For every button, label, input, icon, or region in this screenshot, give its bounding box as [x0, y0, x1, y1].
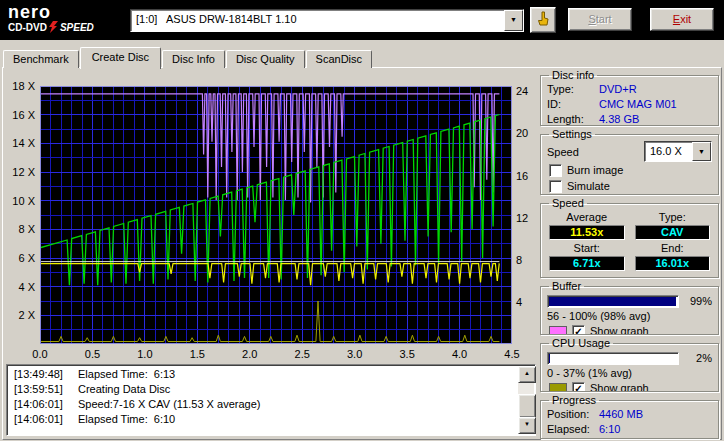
tab-disc-info[interactable]: Disc Info	[162, 50, 225, 68]
log-scrollbar[interactable]: ▲ ▼	[518, 366, 534, 434]
settings-title: Settings	[549, 128, 595, 140]
disc-type-row: Type:DVD+R	[547, 82, 712, 97]
burn-image-label: Burn image	[567, 162, 623, 178]
log-line: [14:06:01]Speed:7-16 X CAV (11.53 X aver…	[9, 397, 517, 412]
drive-select-arrow[interactable]: ▼	[504, 10, 523, 31]
speed-setting-label: Speed	[547, 146, 579, 158]
buffer-color-swatch	[549, 326, 567, 336]
simulate-checkbox[interactable]	[549, 180, 562, 193]
tab-disc-quality[interactable]: Disc Quality	[226, 50, 305, 68]
tab-benchmark[interactable]: Benchmark	[3, 50, 79, 68]
brand-product: CD-DVD SPEED	[8, 21, 94, 33]
elapsed-row: Elapsed:6:10	[547, 422, 712, 437]
chevron-down-icon: ▼	[698, 148, 705, 155]
disc-type-label: Type:	[547, 82, 599, 97]
cpu-progress-fill	[549, 354, 550, 363]
simulate-label: Simulate	[567, 178, 610, 194]
start-button-label: Start	[569, 9, 631, 30]
tab-page: 2 X4 X6 X8 X10 X12 X14 X16 X18 X48121620…	[2, 67, 722, 440]
brand-product-left: CD-DVD	[8, 22, 47, 33]
log-time: [13:59:51]	[9, 382, 78, 397]
buffer-show-graph-label: Show graph	[590, 323, 649, 335]
speed-select[interactable]: 16.0 X ▼	[644, 141, 712, 162]
log-time: [13:49:48]	[9, 367, 78, 382]
start-speed-label: Start:	[549, 241, 625, 255]
scroll-up-button[interactable]: ▲	[518, 366, 536, 383]
eject-button[interactable]	[530, 7, 556, 33]
log-time: [14:06:01]	[9, 412, 78, 427]
log-time: [14:06:01]	[9, 397, 78, 412]
speed-select-arrow[interactable]: ▼	[692, 142, 711, 161]
y-right-tick-label: 24	[516, 85, 534, 97]
speed-select-value: 16.0 X	[645, 142, 692, 161]
buffer-show-graph-checkbox[interactable]: ✓	[572, 325, 585, 336]
y-right-tick-label: 8	[516, 254, 534, 266]
disc-length-value: 4.38 GB	[599, 112, 639, 126]
buffer-progress-fill	[549, 297, 676, 306]
y-left-tick-label: 14 X	[6, 137, 35, 149]
nero-logo: nero CD-DVD SPEED	[8, 4, 94, 33]
x-tick-label: 2.5	[290, 348, 314, 360]
disc-type-value: DVD+R	[599, 82, 637, 97]
event-log-lines: [13:49:48]Elapsed Time: 6:13 [13:59:51]C…	[9, 367, 517, 433]
average-speed-label: Average	[549, 210, 625, 224]
log-line: [13:49:48]Elapsed Time: 6:13	[9, 367, 517, 382]
elapsed-label: Elapsed:	[547, 422, 599, 437]
y-left-tick-label: 2 X	[6, 309, 35, 321]
disc-id-value: CMC MAG M01	[599, 97, 677, 112]
buffer-panel: Buffer 99% 56 - 100% (98% avg) ✓ Show gr…	[540, 280, 719, 335]
y-left-tick-label: 10 X	[6, 195, 35, 207]
y-left-tick-label: 12 X	[6, 166, 35, 178]
disc-id-label: ID:	[547, 97, 599, 112]
scrollbar-thumb[interactable]	[518, 394, 536, 418]
y-left-tick-label: 4 X	[6, 281, 35, 293]
tab-scandisc[interactable]: ScanDisc	[306, 50, 372, 68]
position-row: Position:4460 MB	[547, 407, 712, 422]
cpu-bar-row: 2%	[547, 350, 712, 366]
speed-panel-title: Speed	[549, 197, 587, 209]
cpu-show-graph-checkbox[interactable]: ✓	[572, 382, 585, 393]
y-left-tick-label: 16 X	[6, 109, 35, 121]
x-tick-label: 4.5	[500, 348, 524, 360]
chevron-down-icon: ▼	[510, 16, 517, 23]
progress-panel: Progress Position:4460 MB Elapsed:6:10	[540, 394, 719, 439]
disc-info-title: Disc info	[549, 69, 597, 81]
title-bar: nero CD-DVD SPEED [1:0] ASUS DRW-1814BLT…	[0, 0, 724, 40]
scroll-down-button[interactable]: ▼	[518, 417, 536, 434]
speed-type-label: Type:	[635, 210, 711, 224]
y-right-tick-label: 16	[516, 170, 534, 182]
drive-select[interactable]: [1:0] ASUS DRW-1814BLT 1.10 ▼	[130, 9, 524, 32]
start-button[interactable]: Start	[568, 8, 632, 31]
cpu-color-swatch	[549, 383, 567, 393]
x-tick-label: 4.0	[448, 348, 472, 360]
log-message: Speed:7-16 X CAV (11.53 X average)	[78, 397, 260, 412]
tab-create-disc[interactable]: Create Disc	[80, 47, 161, 69]
buffer-show-graph-row: ✓ Show graph	[547, 323, 712, 335]
cpu-title: CPU Usage	[549, 337, 613, 349]
speed-type-display: CAV	[635, 225, 711, 240]
end-speed-label: End:	[635, 241, 711, 255]
exit-button[interactable]: Exit	[650, 8, 714, 31]
average-speed-display: 11.53x	[549, 225, 625, 240]
y-left-tick-label: 18 X	[6, 80, 35, 92]
arrow-down-icon: ▼	[524, 421, 530, 427]
y-right-tick-label: 12	[516, 212, 534, 224]
log-message: Elapsed Time: 6:10	[78, 412, 175, 427]
arrow-up-icon: ▲	[524, 370, 530, 376]
position-label: Position:	[547, 407, 599, 422]
x-tick-label: 0.0	[28, 348, 52, 360]
cpu-range-label: 0 - 37% (1% avg)	[547, 366, 712, 380]
cpu-progress-bar	[547, 352, 679, 365]
buffer-range-label: 56 - 100% (98% avg)	[547, 309, 712, 323]
side-panels: Disc info Type:DVD+R ID:CMC MAG M01 Leng…	[540, 68, 719, 441]
cpu-percent-label: 2%	[684, 352, 712, 364]
speed-panel: Speed Average Type: 11.53x CAV Start: En…	[540, 197, 719, 278]
burn-image-row: Burn image	[547, 162, 712, 178]
elapsed-value: 6:10	[599, 422, 620, 437]
burn-image-checkbox[interactable]	[549, 164, 562, 177]
tab-bar: Benchmark Create Disc Disc Info Disc Qua…	[3, 48, 373, 68]
chart-canvas	[40, 86, 512, 344]
y-right-tick-label: 4	[516, 296, 534, 308]
y-left-tick-label: 6 X	[6, 252, 35, 264]
buffer-title: Buffer	[549, 280, 584, 292]
